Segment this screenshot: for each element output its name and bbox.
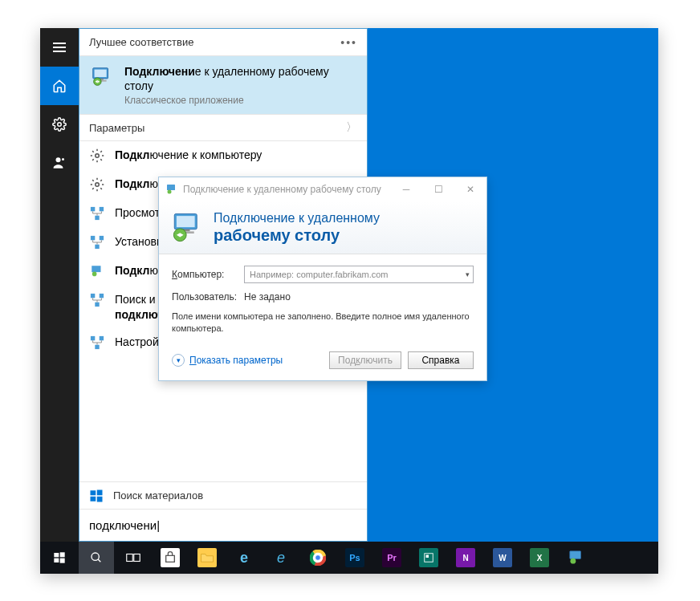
svg-point-9 <box>96 183 100 187</box>
svg-rect-4 <box>95 70 107 77</box>
rdp-window: Подключение к удаленному рабочему столу … <box>158 177 487 381</box>
minimize-button[interactable]: ─ <box>390 177 422 201</box>
ie-icon: e <box>271 548 291 567</box>
svg-rect-35 <box>54 553 59 557</box>
tb-rdp[interactable] <box>559 542 594 574</box>
rdp-title-icon <box>165 183 178 196</box>
result-icon <box>89 292 105 308</box>
svg-point-51 <box>570 558 576 564</box>
svg-rect-12 <box>95 216 99 220</box>
svg-point-8 <box>96 154 100 158</box>
account-rail-button[interactable] <box>40 144 79 182</box>
svg-rect-50 <box>570 551 581 559</box>
edge-icon: e <box>234 548 254 567</box>
start-button[interactable] <box>42 542 77 574</box>
tb-word[interactable]: W <box>485 542 520 574</box>
windows-icon <box>89 489 104 503</box>
folder-icon <box>197 548 217 567</box>
show-options-button[interactable]: ▾ Показать параметры <box>172 354 283 367</box>
result-icon <box>89 205 105 221</box>
svg-line-40 <box>98 559 100 562</box>
params-label: Параметры <box>89 122 144 134</box>
expand-down-icon: ▾ <box>172 354 185 367</box>
ps-icon: Ps <box>345 548 364 567</box>
help-button[interactable]: Справка <box>408 351 474 369</box>
tb-store[interactable] <box>153 542 188 574</box>
rdp-taskbar-icon <box>568 550 585 566</box>
svg-point-47 <box>315 555 321 561</box>
svg-rect-25 <box>97 489 103 495</box>
result-icon <box>89 177 105 193</box>
rdp-banner-line1: Подключение к удаленному <box>214 210 380 225</box>
svg-rect-15 <box>95 245 99 249</box>
pr-icon: Pr <box>382 548 401 567</box>
store-label: Поиск материалов <box>113 489 203 502</box>
best-match-subtitle: Классическое приложение <box>124 95 357 106</box>
result-icon <box>89 148 105 164</box>
tb-explorer[interactable] <box>189 542 225 574</box>
start-rail <box>40 28 79 542</box>
tb-ie[interactable]: e <box>263 542 299 574</box>
maximize-button[interactable]: ☐ <box>422 177 454 201</box>
user-label: Пользователь: <box>172 291 238 303</box>
tb-premiere[interactable]: Pr <box>374 542 409 574</box>
chrome-icon <box>310 550 326 566</box>
result-item[interactable]: Подключение к компьютеру <box>79 141 367 170</box>
svg-point-2 <box>62 158 64 160</box>
tb-excel[interactable]: X <box>522 542 557 574</box>
svg-point-17 <box>92 272 97 277</box>
tb-onenote[interactable]: N <box>448 542 483 574</box>
word-icon: W <box>493 548 512 567</box>
best-match-item[interactable]: Подключение к удаленному рабочему столу … <box>79 56 367 114</box>
svg-rect-21 <box>91 336 95 340</box>
svg-rect-19 <box>100 294 104 298</box>
taskview-icon <box>126 552 140 563</box>
svg-point-39 <box>92 553 99 560</box>
gear-icon <box>52 117 67 132</box>
result-icon <box>89 263 105 279</box>
svg-rect-38 <box>60 558 65 563</box>
tb-photoshop[interactable]: Ps <box>337 542 372 574</box>
show-options-label: Показать параметры <box>189 355 283 366</box>
hamburger-button[interactable] <box>40 28 79 67</box>
svg-rect-26 <box>91 496 96 501</box>
home-button[interactable] <box>40 67 79 105</box>
params-section-header[interactable]: Параметры 〉 <box>79 114 367 141</box>
task-view-button[interactable] <box>116 542 151 574</box>
taskbar-search[interactable] <box>79 542 114 574</box>
svg-rect-37 <box>54 558 59 562</box>
home-icon <box>52 79 67 93</box>
search-input[interactable]: подключени <box>79 509 367 541</box>
svg-rect-11 <box>100 207 104 211</box>
search-text: подключени <box>89 518 160 532</box>
rdp-icon <box>89 64 115 90</box>
rdp-titlebar[interactable]: Подключение к удаленному рабочему столу … <box>159 177 486 201</box>
best-match-label: Лучшее соответствие <box>89 36 193 48</box>
tb-publisher[interactable] <box>411 542 446 574</box>
onenote-icon: N <box>456 548 475 567</box>
windows-icon <box>53 551 66 564</box>
person-icon <box>52 156 67 170</box>
store-section[interactable]: Поиск материалов <box>79 481 367 509</box>
svg-rect-36 <box>60 552 65 557</box>
svg-point-29 <box>168 190 172 194</box>
svg-rect-27 <box>97 496 103 502</box>
svg-rect-24 <box>91 490 96 495</box>
tb-edge[interactable]: e <box>226 542 262 574</box>
user-value: Не задано <box>244 291 291 303</box>
computer-combobox[interactable]: Например: computer.fabrikam.com ▾ <box>244 266 474 283</box>
rdp-banner-line2: рабочему столу <box>214 225 380 245</box>
svg-rect-16 <box>92 266 100 273</box>
result-icon <box>89 234 105 250</box>
svg-rect-49 <box>426 555 429 558</box>
tb-chrome[interactable] <box>300 542 336 574</box>
svg-rect-14 <box>100 236 104 240</box>
close-button[interactable]: ✕ <box>454 177 486 201</box>
rdp-hint-text: Поле имени компьютера не заполнено. Введ… <box>172 311 474 335</box>
result-icon <box>89 335 105 351</box>
more-button[interactable]: ••• <box>340 36 357 49</box>
settings-rail-button[interactable] <box>40 105 79 144</box>
svg-rect-28 <box>167 185 175 190</box>
connect-button[interactable]: Подключить <box>329 351 401 369</box>
excel-icon: X <box>530 548 549 567</box>
